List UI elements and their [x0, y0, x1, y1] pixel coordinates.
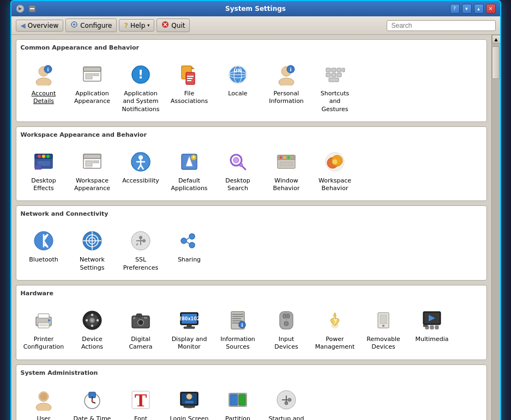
removable-devices-label: Removable Devices	[366, 336, 400, 351]
item-date-time[interactable]: Date & Time	[69, 383, 116, 420]
item-default-apps[interactable]: Default Applications	[166, 145, 213, 197]
item-workspace-appearance[interactable]: Workspace Appearance	[69, 145, 116, 197]
help-button[interactable]: ? Help ▾	[119, 19, 154, 32]
desktop-effects-label: Desktop Effects	[31, 177, 56, 193]
info-sources-label: Information Sources	[220, 336, 255, 351]
partition-manager-icon	[225, 387, 251, 413]
item-app-notifications[interactable]: ! Application and System Notifications	[118, 58, 164, 117]
item-font-management[interactable]: T Font Management	[118, 383, 164, 420]
user-management-icon	[31, 387, 57, 413]
desktop-search-label: Desktop Search	[225, 177, 250, 193]
close-btn[interactable]: ✕	[486, 4, 496, 14]
section-network: Network and Connectivity Bluetooth	[16, 205, 487, 281]
svg-rect-141	[380, 315, 387, 324]
svg-text:!: !	[138, 68, 143, 81]
scrollbar[interactable]: ▲ ▼	[491, 35, 500, 420]
partition-manager-label: Partition Manager	[225, 415, 251, 420]
svg-point-92	[142, 239, 146, 242]
svg-rect-41	[326, 73, 330, 77]
quit-label: Quit	[171, 22, 185, 29]
scrollbar-thumb[interactable]	[492, 46, 500, 79]
item-bluetooth[interactable]: Bluetooth	[21, 224, 67, 276]
svg-rect-127	[232, 316, 243, 317]
item-removable-devices[interactable]: Removable Devices	[360, 303, 407, 355]
item-input-devices[interactable]: Input Devices	[263, 303, 310, 355]
shortcuts-label: Shortcuts and Gestures	[315, 90, 356, 113]
item-locale[interactable]: UN Locale	[215, 58, 261, 117]
startup-shutdown-label: Startup and Shutdown	[268, 415, 304, 420]
svg-point-95	[189, 234, 195, 239]
item-display-monitor[interactable]: 1280x1024 Display and Monitor	[166, 303, 213, 355]
minimize-btn[interactable]: ▾	[462, 4, 472, 14]
item-window-behavior[interactable]: Window Behavior	[263, 145, 310, 197]
item-desktop-search[interactable]: Desktop Search	[215, 145, 261, 197]
svg-rect-27	[187, 80, 191, 81]
svg-rect-111	[86, 319, 88, 321]
maximize-btn[interactable]: ▴	[474, 4, 484, 14]
item-desktop-effects[interactable]: Desktop Effects	[21, 145, 67, 197]
main-scroll-area[interactable]: Common Appearance and Behavior i	[11, 35, 491, 420]
svg-rect-42	[332, 73, 336, 77]
font-management-icon: T	[128, 387, 154, 413]
item-shortcuts[interactable]: Shortcuts and Gestures	[312, 58, 358, 117]
item-accessibility[interactable]: Accessibility	[118, 145, 164, 197]
printer-config-label: Printer Configuration	[23, 336, 64, 351]
help-dropdown-icon: ▾	[147, 23, 149, 28]
quit-button[interactable]: Quit	[157, 19, 190, 32]
item-info-sources[interactable]: i Information Sources	[215, 303, 261, 355]
svg-point-173	[288, 398, 291, 401]
item-device-actions[interactable]: Device Actions	[69, 303, 116, 355]
section-hardware: Hardware	[16, 285, 487, 360]
item-sharing[interactable]: Sharing	[166, 224, 213, 276]
item-personal-info[interactable]: i Personal Information	[263, 58, 310, 117]
search-container	[387, 20, 496, 31]
svg-rect-38	[326, 68, 330, 72]
svg-rect-148	[435, 326, 438, 329]
item-power-management[interactable]: Power Management	[312, 303, 358, 355]
search-input[interactable]	[387, 20, 496, 31]
file-associations-label: File Associations	[171, 90, 208, 106]
svg-rect-44	[329, 78, 339, 82]
configure-icon	[70, 21, 78, 30]
svg-rect-122	[187, 325, 191, 327]
item-account-details[interactable]: i Account Details	[21, 58, 67, 117]
svg-rect-168	[239, 394, 245, 405]
scroll-up-btn[interactable]: ▲	[492, 35, 501, 44]
item-workspace-behavior[interactable]: Workspace Behavior	[312, 145, 358, 197]
overview-button[interactable]: ◀ Overview	[16, 20, 64, 32]
svg-point-81	[332, 159, 338, 165]
minimize-icon	[28, 4, 37, 13]
power-management-icon	[322, 307, 348, 333]
svg-rect-43	[337, 73, 341, 77]
item-network-settings[interactable]: Network Settings	[69, 224, 116, 276]
item-login-screen[interactable]: Login Screen	[166, 383, 213, 420]
network-settings-icon	[79, 228, 105, 254]
section-network-title: Network and Connectivity	[21, 210, 482, 220]
svg-text:1280x1024: 1280x1024	[178, 316, 200, 321]
item-printer-config[interactable]: Printer Configuration	[21, 303, 67, 355]
scrollbar-track[interactable]	[492, 44, 500, 420]
help-btn[interactable]: ?	[450, 4, 460, 14]
item-file-associations[interactable]: File Associations	[166, 58, 213, 117]
section-common: Common Appearance and Behavior i	[16, 39, 487, 122]
svg-point-108	[91, 319, 93, 321]
item-app-appearance[interactable]: Application Appearance	[69, 58, 116, 117]
svg-rect-147	[430, 326, 434, 329]
item-digital-camera[interactable]: Digital Camera	[118, 303, 164, 355]
svg-text:UN: UN	[234, 68, 242, 74]
back-icon: ◀	[21, 22, 26, 29]
item-startup-shutdown[interactable]: Startup and Shutdown	[263, 383, 310, 420]
item-ssl-preferences[interactable]: SSL Preferences	[118, 224, 164, 276]
section-workspace-grid: Desktop Effects	[21, 145, 482, 197]
svg-rect-17	[83, 67, 101, 71]
account-details-label: Account Details	[32, 90, 56, 106]
configure-button[interactable]: Configure	[65, 19, 117, 32]
item-user-management[interactable]: User Management	[21, 383, 67, 420]
svg-rect-19	[93, 74, 99, 76]
svg-rect-52	[35, 165, 41, 169]
item-partition-manager[interactable]: Partition Manager	[215, 383, 261, 420]
svg-point-4	[73, 23, 75, 26]
svg-point-117	[140, 321, 142, 324]
ssl-preferences-icon	[128, 228, 154, 254]
item-multimedia[interactable]: Multimedia	[409, 303, 455, 355]
